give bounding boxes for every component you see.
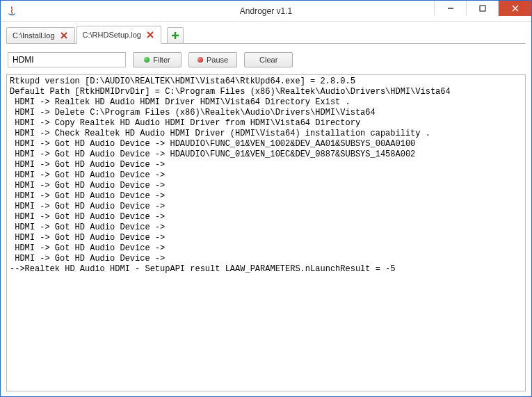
- close-button[interactable]: [498, 1, 531, 16]
- tab-strip: C:\Install.log C:\RHDSetup.log: [6, 26, 526, 44]
- java-app-icon: [6, 6, 17, 17]
- tab-label: C:\RHDSetup.log: [83, 31, 141, 39]
- window-controls: [434, 1, 531, 21]
- log-panel: Rtkupd version [D:\AUDIO\REALTEK\HDMI\Vi…: [6, 74, 526, 391]
- new-tab-button[interactable]: [167, 27, 184, 44]
- tab-rhdsetup-log[interactable]: C:\RHDSetup.log: [76, 26, 161, 44]
- minimize-button[interactable]: [434, 1, 466, 16]
- pause-button-label: Pause: [207, 56, 228, 64]
- filter-input[interactable]: [8, 52, 126, 67]
- log-text-area[interactable]: Rtkupd version [D:\AUDIO\REALTEK\HDMI\Vi…: [7, 75, 525, 391]
- pause-dot-icon: [198, 57, 203, 63]
- filter-button-label: Filter: [153, 56, 170, 64]
- svg-rect-1: [480, 6, 485, 11]
- filter-dot-icon: [144, 57, 150, 63]
- toolbar: Filter Pause Clear: [6, 44, 526, 74]
- clear-button[interactable]: Clear: [244, 52, 293, 67]
- pause-button[interactable]: Pause: [188, 52, 237, 67]
- clear-button-label: Clear: [259, 56, 277, 64]
- maximize-button[interactable]: [466, 1, 498, 16]
- close-tab-icon[interactable]: [145, 30, 155, 40]
- filter-button[interactable]: Filter: [133, 52, 182, 67]
- close-tab-icon[interactable]: [59, 31, 69, 40]
- tab-install-log[interactable]: C:\Install.log: [6, 27, 75, 44]
- titlebar: Androger v1.1: [1, 1, 531, 22]
- tab-label: C:\Install.log: [13, 31, 55, 40]
